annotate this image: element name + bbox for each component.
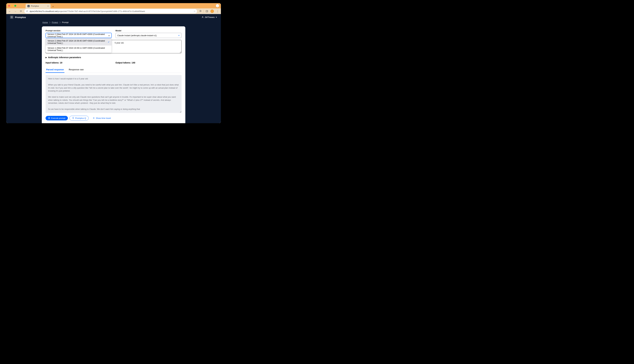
model-label: Model <box>116 30 182 32</box>
inference-params-toggle[interactable]: ▶ Anthropic inference parameters <box>46 56 182 59</box>
address-bar[interactable]: dpze145z3mz7o.cloudfront.net/project/eb7… <box>24 9 197 14</box>
list-icon <box>93 117 95 119</box>
forward-button[interactable]: → <box>13 9 18 14</box>
chevron-right-icon: ❯ <box>49 21 50 24</box>
lightbulb-icon <box>72 117 74 119</box>
resize-handle-icon[interactable] <box>180 111 181 112</box>
version-select[interactable]: Version 2 (Wed Feb 07 2024 19:39:45 GMT+… <box>46 33 112 38</box>
breadcrumb-current: Prompt <box>62 21 68 24</box>
maximize-window-button[interactable] <box>14 5 16 7</box>
url-text: dpze145z3mz7o.cloudfront.net/project/eb7… <box>30 10 192 12</box>
bookmark-icon[interactable]: ☆ <box>194 10 196 12</box>
chevron-down-icon: ▼ <box>216 16 217 18</box>
response-output[interactable]: Here is how I would explain it to a 5 ye… <box>46 75 182 113</box>
version-dropdown: Version 2 (Wed Feb 07 2024 19:39:45 GMT+… <box>46 38 112 53</box>
promptus-q-button[interactable]: Promptus Q <box>70 116 88 120</box>
svg-point-4 <box>202 16 203 17</box>
input-tokens: Input tokens: 19 <box>46 62 112 64</box>
resize-handle-icon[interactable] <box>180 51 181 53</box>
reload-button[interactable]: ⟳ <box>19 9 23 14</box>
browser-toolbar: ← → ⟳ dpze145z3mz7o.cloudfront.net/proje… <box>6 8 221 14</box>
kebab-menu-icon[interactable]: ⋮ <box>215 9 220 14</box>
app-title: Promptus <box>15 16 26 18</box>
browser-tab[interactable]: ◎ Promptus × <box>26 4 50 8</box>
check-icon: ✓ <box>108 41 110 43</box>
side-panel-icon[interactable] <box>205 9 209 14</box>
breadcrumb-home[interactable]: Home <box>42 21 48 24</box>
breadcrumb: Home ❯ Project ❯ Prompt <box>42 21 185 24</box>
play-icon <box>48 117 50 119</box>
user-menu[interactable]: JWThewes ▼ <box>202 16 217 18</box>
browser-titlebar: ◎ Promptus × + ⌄ <box>6 3 221 8</box>
minimize-window-button[interactable] <box>11 5 13 7</box>
user-icon <box>202 16 204 18</box>
svg-rect-0 <box>206 10 208 12</box>
caret-down-icon: ▼ <box>178 34 180 36</box>
version-option[interactable]: Version 2 (Wed Feb 07 2024 19:39:45 GMT+… <box>46 38 112 46</box>
version-select-value: Version 2 (Wed Feb 07 2024 19:39:45 GMT+… <box>48 33 108 38</box>
tab-parsed-response[interactable]: Parsed response <box>46 67 64 73</box>
model-select[interactable]: Claude Instant (anthropic.claude-instant… <box>116 33 182 38</box>
profile-avatar[interactable] <box>210 9 214 14</box>
caret-up-icon: ▲ <box>108 34 110 36</box>
version-label: Prompt version <box>46 30 112 32</box>
extensions-icon[interactable] <box>198 9 203 14</box>
svg-point-3 <box>12 17 12 18</box>
site-info-icon[interactable] <box>26 10 28 12</box>
execute-prompt-button[interactable]: Execute prompt <box>46 116 68 120</box>
version-option[interactable]: Version 1 (Wed Feb 07 2024 19:39:11 GMT+… <box>46 46 112 53</box>
response-tabs: Parsed response Response raw <box>46 67 182 73</box>
prompt-card: Prompt version Version 2 (Wed Feb 07 202… <box>42 26 185 123</box>
tab-response-raw[interactable]: Response raw <box>68 67 84 73</box>
app-logo <box>10 16 14 19</box>
show-time-travel-button[interactable]: Show time travel <box>90 116 113 120</box>
user-name: JWThewes <box>205 16 215 18</box>
breadcrumb-project[interactable]: Project <box>52 21 58 24</box>
window-controls <box>8 5 16 7</box>
chevron-right-icon: ❯ <box>59 21 61 24</box>
tab-overflow-button[interactable]: ⌄ <box>216 4 219 7</box>
back-button[interactable]: ← <box>8 9 12 14</box>
model-select-value: Claude Instant (anthropic.claude-instant… <box>117 34 157 37</box>
triangle-right-icon: ▶ <box>46 56 47 58</box>
close-tab-icon[interactable]: × <box>48 5 49 7</box>
new-tab-button[interactable]: + <box>51 5 55 8</box>
close-window-button[interactable] <box>8 5 10 7</box>
tab-title: Promptus <box>31 5 39 7</box>
favicon: ◎ <box>28 5 30 7</box>
app-header: Promptus JWThewes ▼ <box>6 14 221 20</box>
toolbar-divider <box>204 10 204 13</box>
output-tokens: Output tokens: 140 <box>116 62 182 64</box>
